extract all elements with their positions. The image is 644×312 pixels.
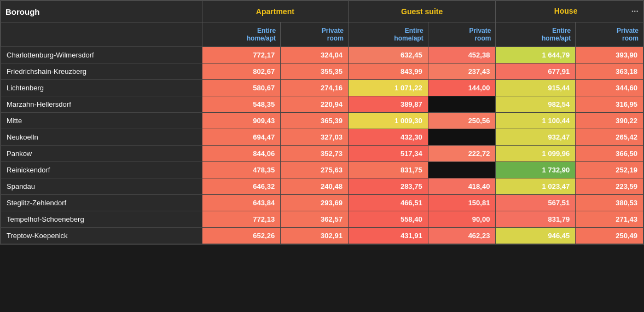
borough-cell: Charlottenburg-Wilmersdorf bbox=[1, 47, 202, 63]
h_private-cell: 223,59 bbox=[576, 178, 643, 195]
gs-private-header: Privateroom bbox=[428, 22, 496, 47]
table-row: Spandau646,32240,48283,75418,401 023,472… bbox=[1, 178, 643, 195]
gs_private-cell bbox=[428, 162, 496, 178]
h_entire-cell: 831,79 bbox=[496, 211, 576, 228]
h_private-cell: 250,49 bbox=[576, 228, 643, 244]
apt_entire-cell: 580,67 bbox=[202, 80, 280, 96]
h_private-cell: 380,53 bbox=[576, 195, 643, 211]
apt_private-cell: 362,57 bbox=[281, 211, 349, 228]
table-row: Reinickendorf478,35275,63831,751 732,902… bbox=[1, 162, 643, 178]
apt_entire-cell: 548,35 bbox=[202, 96, 280, 113]
h_entire-cell: 1 023,47 bbox=[496, 178, 576, 195]
borough-cell: Steglitz-Zehlendorf bbox=[1, 195, 202, 211]
gs-entire-header: Entirehome/apt bbox=[348, 22, 428, 47]
h_private-cell: 271,43 bbox=[576, 211, 643, 228]
borough-cell: Reinickendorf bbox=[1, 162, 202, 178]
h_entire-cell: 982,54 bbox=[496, 96, 576, 113]
header-sub-row: Entirehome/apt Privateroom Entirehome/ap… bbox=[1, 22, 643, 47]
apt-private-header: Privateroom bbox=[281, 22, 349, 47]
gs_entire-cell: 1 071,22 bbox=[348, 80, 428, 96]
apt_private-cell: 274,16 bbox=[281, 80, 349, 96]
data-table: Borough Apartment Guest suite House ··· … bbox=[1, 1, 643, 244]
h-entire-header: Entirehome/apt bbox=[496, 22, 576, 47]
apt-entire-header: Entirehome/apt bbox=[202, 22, 280, 47]
table-row: Charlottenburg-Wilmersdorf772,17324,0463… bbox=[1, 47, 643, 63]
h_entire-cell: 677,91 bbox=[496, 63, 576, 80]
apt_private-cell: 352,73 bbox=[281, 146, 349, 162]
apt_entire-cell: 478,35 bbox=[202, 162, 280, 178]
apt_entire-cell: 844,06 bbox=[202, 146, 280, 162]
apt_entire-cell: 772,13 bbox=[202, 211, 280, 228]
apt_private-cell: 275,63 bbox=[281, 162, 349, 178]
h_entire-cell: 915,44 bbox=[496, 80, 576, 96]
h_entire-cell: 932,47 bbox=[496, 129, 576, 146]
h_entire-cell: 567,51 bbox=[496, 195, 576, 211]
table-row: Tempelhof-Schoeneberg772,13362,57558,409… bbox=[1, 211, 643, 228]
apt_private-cell: 220,94 bbox=[281, 96, 349, 113]
apt_private-cell: 365,39 bbox=[281, 113, 349, 129]
gs_private-cell: 144,00 bbox=[428, 80, 496, 96]
apt_private-cell: 355,35 bbox=[281, 63, 349, 80]
table-row: Marzahn-Hellersdorf548,35220,94389,87982… bbox=[1, 96, 643, 113]
table-row: Mitte909,43365,391 009,30250,561 100,443… bbox=[1, 113, 643, 129]
gs_entire-cell: 283,75 bbox=[348, 178, 428, 195]
apt_entire-cell: 772,17 bbox=[202, 47, 280, 63]
borough-cell: Mitte bbox=[1, 113, 202, 129]
gs_private-cell: 90,00 bbox=[428, 211, 496, 228]
h_entire-cell: 1 732,90 bbox=[496, 162, 576, 178]
apt_private-cell: 302,91 bbox=[281, 228, 349, 244]
gs_entire-cell: 831,75 bbox=[348, 162, 428, 178]
apt_private-cell: 324,04 bbox=[281, 47, 349, 63]
borough-cell: Spandau bbox=[1, 178, 202, 195]
h_private-cell: 252,19 bbox=[576, 162, 643, 178]
borough-cell: Pankow bbox=[1, 146, 202, 162]
borough-cell: Tempelhof-Schoeneberg bbox=[1, 211, 202, 228]
h_private-cell: 366,50 bbox=[576, 146, 643, 162]
borough-cell: Lichtenberg bbox=[1, 80, 202, 96]
h_entire-cell: 946,45 bbox=[496, 228, 576, 244]
gs_private-cell bbox=[428, 96, 496, 113]
apt_entire-cell: 802,67 bbox=[202, 63, 280, 80]
gs_entire-cell: 1 009,30 bbox=[348, 113, 428, 129]
gs_private-cell: 222,72 bbox=[428, 146, 496, 162]
header-group-row: Borough Apartment Guest suite House ··· bbox=[1, 1, 643, 22]
gs_entire-cell: 466,51 bbox=[348, 195, 428, 211]
gs_entire-cell: 431,91 bbox=[348, 228, 428, 244]
apt_private-cell: 327,03 bbox=[281, 129, 349, 146]
gs_private-cell: 452,38 bbox=[428, 47, 496, 63]
h-private-header: Privateroom bbox=[576, 22, 643, 47]
gs_private-cell: 418,40 bbox=[428, 178, 496, 195]
gs_private-cell: 237,43 bbox=[428, 63, 496, 80]
h_private-cell: 390,22 bbox=[576, 113, 643, 129]
apt_entire-cell: 909,43 bbox=[202, 113, 280, 129]
gs_private-cell: 150,81 bbox=[428, 195, 496, 211]
borough-cell: Friedrichshain-Kreuzberg bbox=[1, 63, 202, 80]
main-table-wrapper: Borough Apartment Guest suite House ··· … bbox=[0, 0, 644, 245]
gs_private-cell: 462,23 bbox=[428, 228, 496, 244]
h_private-cell: 316,95 bbox=[576, 96, 643, 113]
h_private-cell: 265,42 bbox=[576, 129, 643, 146]
table-row: Neukoelln694,47327,03432,30932,47265,42 bbox=[1, 129, 643, 146]
more-options-icon[interactable]: ··· bbox=[631, 7, 639, 16]
table-row: Lichtenberg580,67274,161 071,22144,00915… bbox=[1, 80, 643, 96]
apt_private-cell: 293,69 bbox=[281, 195, 349, 211]
gs_entire-cell: 517,34 bbox=[348, 146, 428, 162]
table-row: Steglitz-Zehlendorf643,84293,69466,51150… bbox=[1, 195, 643, 211]
apt_entire-cell: 694,47 bbox=[202, 129, 280, 146]
gs_entire-cell: 558,40 bbox=[348, 211, 428, 228]
h_private-cell: 393,90 bbox=[576, 47, 643, 63]
borough-cell: Neukoelln bbox=[1, 129, 202, 146]
gs_entire-cell: 632,45 bbox=[348, 47, 428, 63]
house-group-header: House ··· bbox=[496, 1, 643, 22]
borough-cell: Treptow-Koepenick bbox=[1, 228, 202, 244]
gs_private-cell bbox=[428, 129, 496, 146]
table-row: Friedrichshain-Kreuzberg802,67355,35843,… bbox=[1, 63, 643, 80]
gs_entire-cell: 843,99 bbox=[348, 63, 428, 80]
table-body: Charlottenburg-Wilmersdorf772,17324,0463… bbox=[1, 47, 643, 244]
gs_entire-cell: 432,30 bbox=[348, 129, 428, 146]
apt_private-cell: 240,48 bbox=[281, 178, 349, 195]
guest-suite-group-header: Guest suite bbox=[348, 1, 496, 22]
h_entire-cell: 1 644,79 bbox=[496, 47, 576, 63]
apt_entire-cell: 646,32 bbox=[202, 178, 280, 195]
apartment-group-header: Apartment bbox=[202, 1, 348, 22]
